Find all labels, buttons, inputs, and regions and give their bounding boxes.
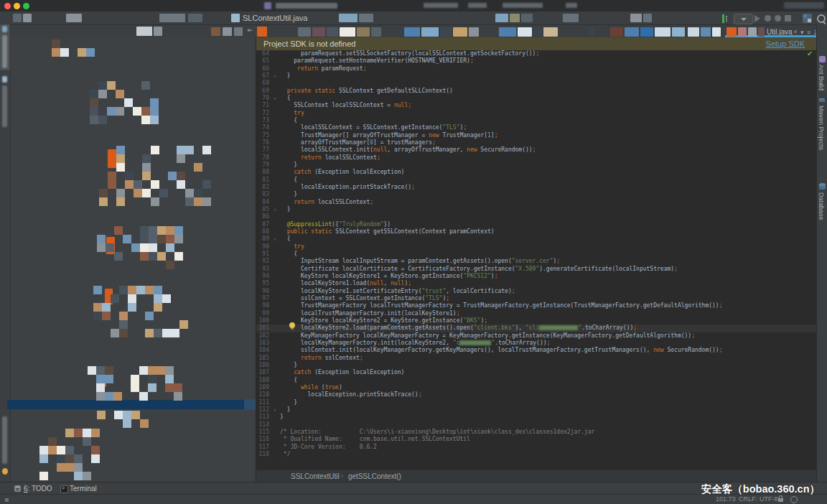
line-number: 77 [256,146,269,154]
censored-block [543,27,558,37]
censored-block [23,14,32,22]
censored-mosaic-cell [149,235,157,243]
zoom-window-button[interactable] [23,3,29,9]
censored-block [357,27,370,37]
toolwindow-button-terminal[interactable]: Terminal [70,482,97,495]
censored-mosaic-cell [140,226,149,235]
coverage-button[interactable] [775,15,781,22]
toolwindow-button-structure[interactable] [0,75,10,131]
toolwindow-switcher-icon[interactable] [3,496,9,503]
fold-marker-icon[interactable]: ∧ [271,73,279,80]
code-text: paramRequest.setSSLSocketFactory(localSS… [280,50,539,57]
run-button[interactable] [754,15,760,22]
line-number: 104 [256,347,269,354]
censored-mosaic-cell [165,366,174,375]
search-icon[interactable] [817,14,826,23]
favorites-star-icon [2,468,8,475]
line-number: 96 [256,288,269,295]
line-number: 68 [256,80,269,87]
minimize-window-button[interactable] [14,3,20,9]
toolwindow-button-ant-build[interactable]: Ant Build [818,65,825,90]
censored-mosaic-cell [140,243,149,252]
sdk-manager-icon[interactable] [803,14,812,23]
fold-marker-icon[interactable]: ∨ [271,95,279,102]
debug-button[interactable] [765,15,771,22]
censored-mosaic-cell [65,446,74,454]
line-number: 79 [256,162,269,169]
censored-mosaic-cell [148,383,156,392]
censored-mosaic-cell [116,163,125,172]
censored-mosaic-cell [123,411,131,419]
censored-mosaic-cell [125,172,134,180]
censored-mosaic-cell [177,146,185,154]
line-number: 78 [256,154,269,162]
inspection-status-icon[interactable]: ✔ [807,50,813,57]
code-line: 99 localTrustManagerFactory.init(localKe… [256,310,816,318]
censored-mosaic-cell [140,252,149,261]
censored-block [566,3,577,8]
code-text: arrayOfTrustManager[0] = trustManagers; [280,139,436,146]
stop-button[interactable] [785,15,791,22]
line-number: 65 [256,57,269,65]
code-text: } [280,414,284,421]
censored-mosaic-cell [151,146,159,154]
run-config-icon[interactable] [722,14,724,23]
line-number: 82 [256,184,269,191]
run-configuration-dropdown[interactable] [734,14,753,24]
code-text: paramRequest.setHostnameVerifier(HOSTNAM… [280,57,474,65]
line-number: 92 [256,258,269,265]
line-number: 76 [256,139,269,146]
code-editor[interactable]: 64 paramRequest.setSSLSocketFactory(loca… [256,50,816,470]
breadcrumb-method[interactable]: getSSLContext() [348,470,401,482]
line-number: 105 [256,355,269,362]
censored-block [159,14,185,22]
chevron-down-icon [741,18,747,21]
navigate-back-icon[interactable]: ⇤ [248,27,253,34]
code-text: InputStream localInputStream = paramCont… [280,258,560,265]
breadcrumb-class[interactable]: SSLContextUtil [291,470,340,482]
toolwindow-button-favorites[interactable] [0,416,10,478]
lock-icon[interactable] [778,498,783,502]
censored-mosaic-cell [166,261,174,269]
censored-mosaic-cell [140,419,149,428]
line-number: 95 [256,280,269,287]
code-text: @SuppressLint({"TrulyRandom"}) [280,221,391,228]
censored-mosaic-cell [177,180,185,189]
censored-mosaic-cell [91,454,100,463]
code-text: try [280,110,304,117]
censored-block [521,14,533,22]
setup-sdk-link[interactable]: Setup SDK [766,37,805,50]
toolwindow-button-project[interactable] [0,24,10,70]
toolwindow-button-todo[interactable]: 6: TODO [24,482,52,495]
censored-mosaic-cell [136,286,145,294]
censored-mosaic-cell [39,446,48,454]
code-text: { [280,95,290,102]
censored-mosaic-cell [111,329,119,337]
censored-mosaic-cell [52,48,60,57]
fold-marker-icon[interactable]: ∨ [271,235,279,243]
fold-marker-icon[interactable]: ∧ [271,206,279,213]
window-title: SLContextUtil.java [243,11,308,24]
censored-mosaic-cell [151,197,159,206]
toolwindow-button-maven-projects[interactable]: Maven Projects [818,106,825,150]
titlebar [0,0,827,11]
code-text: * JD-Core Version: 0.6.2 [280,444,377,451]
highlighting-level-icon[interactable] [790,496,798,503]
fold-marker-icon[interactable]: ∧ [271,406,279,414]
code-text: } [280,399,297,406]
censored-mosaic-cell [52,39,60,48]
ant-build-icon [819,56,826,62]
line-number: 93 [256,266,269,273]
censored-mosaic-cell [168,172,177,180]
censored-block [610,27,623,37]
censored-mosaic-cell [98,116,107,124]
breadcrumb: SSLContextUtil › getSSLContext() [256,470,816,482]
censored-mosaic-cell [65,463,74,472]
breadcrumb-separator-icon: › [341,470,343,482]
close-window-button[interactable] [4,3,11,9]
toolwindow-button-database[interactable]: Database [818,192,825,220]
code-text: localKeyManagerFactory.init(localKeyStor… [280,340,550,347]
intention-bulb-icon[interactable] [289,322,295,328]
censored-mosaic-cell [151,180,159,189]
censored-mosaic-cell [134,180,142,189]
